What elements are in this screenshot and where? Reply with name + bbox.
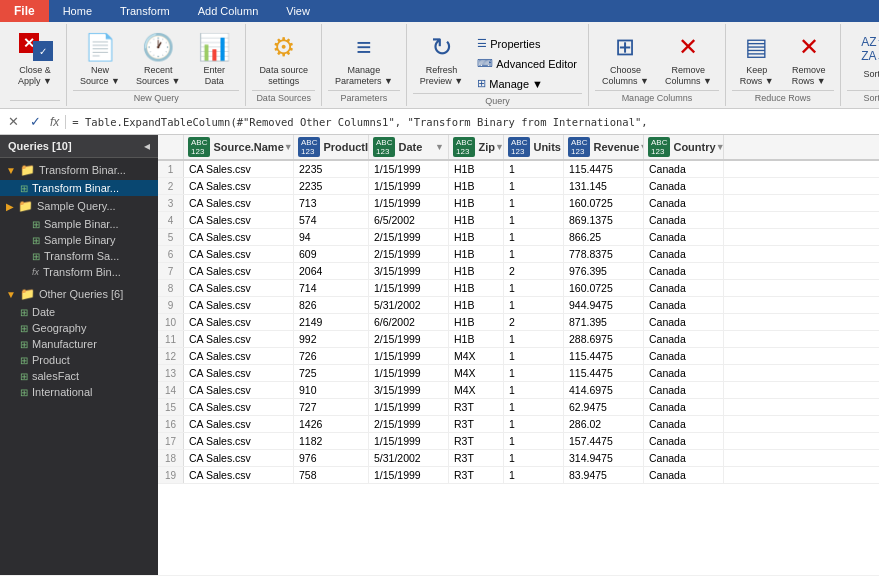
table-cell: CA Sales.csv xyxy=(184,178,294,194)
manage-button[interactable]: ⊞ Manage ▼ xyxy=(472,74,582,93)
query-item-sample-binary-label: Sample Binary xyxy=(44,234,116,246)
query-item-product[interactable]: ⊞ Product xyxy=(0,352,158,368)
table-row[interactable]: 7CA Sales.csv20643/15/1999H1B2976.395Can… xyxy=(158,263,879,280)
query-group-sample-header[interactable]: ▶ 📁 Sample Query... xyxy=(0,196,158,216)
table-cell: 2 xyxy=(504,314,564,330)
table-row[interactable]: 2CA Sales.csv22351/15/1999H1B1131.145Can… xyxy=(158,178,879,195)
table-cell: Canada xyxy=(644,229,724,245)
formula-confirm-icon[interactable]: ✓ xyxy=(26,113,44,131)
col-header-date[interactable]: ABC123 Date ▼ xyxy=(369,135,449,159)
query-item-date[interactable]: ⊞ Date xyxy=(0,304,158,320)
data-sources-group-label: Data Sources xyxy=(252,90,315,106)
enter-data-button[interactable]: 📊 EnterData xyxy=(189,28,239,90)
table-row[interactable]: 1CA Sales.csv22351/15/1999H1B1115.4475Ca… xyxy=(158,161,879,178)
table-row[interactable]: 17CA Sales.csv11821/15/1999R3T1157.4475C… xyxy=(158,433,879,450)
table-cell: Canada xyxy=(644,263,724,279)
tab-home[interactable]: Home xyxy=(49,0,106,22)
remove-rows-button[interactable]: ✕ RemoveRows ▼ xyxy=(784,28,834,90)
choose-columns-button[interactable]: ⊞ ChooseColumns ▼ xyxy=(595,28,656,90)
query-item-international[interactable]: ⊞ International xyxy=(0,384,158,400)
keep-rows-button[interactable]: ▤ KeepRows ▼ xyxy=(732,28,782,90)
query-item-date-label: Date xyxy=(32,306,55,318)
col-header-revenue[interactable]: ABC123 Revenue ▼ xyxy=(564,135,644,159)
date-filter-icon[interactable]: ▼ xyxy=(435,142,444,152)
table-row[interactable]: 6CA Sales.csv6092/15/1999H1B1778.8375Can… xyxy=(158,246,879,263)
table-row[interactable]: 13CA Sales.csv7251/15/1999M4X1115.4475Ca… xyxy=(158,365,879,382)
table-cell: 976.395 xyxy=(564,263,644,279)
queries-panel-collapse[interactable]: ◂ xyxy=(144,139,150,153)
ribbon-group-close: ✕ ✓ Close &Apply ▼ xyxy=(4,24,67,106)
table-cell: 726 xyxy=(294,348,369,364)
query-item-geography[interactable]: ⊞ Geography xyxy=(0,320,158,336)
query-item-sample-binary[interactable]: ⊞ Sample Binary xyxy=(0,232,158,248)
sort-label: Sort xyxy=(864,69,879,80)
query-item-international-label: International xyxy=(32,386,93,398)
table-row[interactable]: 19CA Sales.csv7581/15/1999R3T183.9475Can… xyxy=(158,467,879,484)
table-cell: R3T xyxy=(449,416,504,432)
tab-view[interactable]: View xyxy=(272,0,324,22)
col-header-country[interactable]: ABC123 Country ▼ xyxy=(644,135,724,159)
remove-columns-button[interactable]: ✕ RemoveColumns ▼ xyxy=(658,28,719,90)
country-filter-icon[interactable]: ▼ xyxy=(716,142,724,152)
new-source-button[interactable]: 📄 NewSource ▼ xyxy=(73,28,127,90)
ribbon-group-manage-columns: ⊞ ChooseColumns ▼ ✕ RemoveColumns ▼ Mana… xyxy=(589,24,726,106)
table-row[interactable]: 8CA Sales.csv7141/15/1999H1B1160.0725Can… xyxy=(158,280,879,297)
query-item-sample-binar[interactable]: ⊞ Sample Binar... xyxy=(0,216,158,232)
table-row[interactable]: 14CA Sales.csv9103/15/1999M4X1414.6975Ca… xyxy=(158,382,879,399)
table-row[interactable]: 4CA Sales.csv5746/5/2002H1B1869.1375Cana… xyxy=(158,212,879,229)
col-header-zip[interactable]: ABC123 Zip ▼ xyxy=(449,135,504,159)
grid-salesfact-icon: ⊞ xyxy=(20,371,28,382)
tab-file[interactable]: File xyxy=(0,0,49,22)
tab-bar: File Home Transform Add Column View xyxy=(0,0,879,22)
col-header-units[interactable]: ABC123 Units ▼ xyxy=(504,135,564,159)
sort-button[interactable]: AZ↑ ZA↓ Sort xyxy=(847,28,879,90)
table-cell: 1 xyxy=(504,212,564,228)
table-cell: 160.0725 xyxy=(564,195,644,211)
table-cell: 1/15/1999 xyxy=(369,399,449,415)
recent-sources-button[interactable]: 🕐 RecentSources ▼ xyxy=(129,28,187,90)
manage-parameters-button[interactable]: ≡ ManageParameters ▼ xyxy=(328,28,400,90)
table-row[interactable]: 10CA Sales.csv21496/6/2002H1B2871.395Can… xyxy=(158,314,879,331)
col-header-productid[interactable]: ABC123 ProductID ▼ xyxy=(294,135,369,159)
query-item-transform-binary[interactable]: ⊞ Transform Binar... xyxy=(0,180,158,196)
col-header-source-name[interactable]: ABC123 Source.Name ▼ xyxy=(184,135,294,159)
query-group-other-header[interactable]: ▼ 📁 Other Queries [6] xyxy=(0,284,158,304)
table-row[interactable]: 11CA Sales.csv9922/15/1999H1B1288.6975Ca… xyxy=(158,331,879,348)
formula-fx-label: fx xyxy=(50,115,66,129)
folder-other-open-icon: 📁 xyxy=(20,287,35,301)
source-name-filter-icon[interactable]: ▼ xyxy=(284,142,293,152)
table-cell: 1/15/1999 xyxy=(369,195,449,211)
table-cell: 866.25 xyxy=(564,229,644,245)
table-cell: 1 xyxy=(504,297,564,313)
table-row[interactable]: 18CA Sales.csv9765/31/2002R3T1314.9475Ca… xyxy=(158,450,879,467)
query-item-transform-sa[interactable]: ⊞ Transform Sa... xyxy=(0,248,158,264)
table-cell: 2/15/1999 xyxy=(369,246,449,262)
table-cell: 725 xyxy=(294,365,369,381)
advanced-editor-button[interactable]: ⌨ Advanced Editor xyxy=(472,54,582,73)
tab-transform[interactable]: Transform xyxy=(106,0,184,22)
close-apply-button[interactable]: ✕ ✓ Close &Apply ▼ xyxy=(10,28,60,90)
properties-button[interactable]: ☰ Properties xyxy=(472,34,582,53)
table-row[interactable]: 16CA Sales.csv14262/15/1999R3T1286.02Can… xyxy=(158,416,879,433)
query-small-buttons: ☰ Properties ⌨ Advanced Editor ⊞ Manage … xyxy=(472,28,582,93)
refresh-preview-button[interactable]: ↻ RefreshPreview ▼ xyxy=(413,28,470,90)
table-row[interactable]: 5CA Sales.csv942/15/1999H1B1866.25Canada xyxy=(158,229,879,246)
table-row[interactable]: 12CA Sales.csv7261/15/1999M4X1115.4475Ca… xyxy=(158,348,879,365)
zip-filter-icon[interactable]: ▼ xyxy=(495,142,504,152)
table-cell: 2149 xyxy=(294,314,369,330)
row-number: 18 xyxy=(158,450,184,466)
table-row[interactable]: 9CA Sales.csv8265/31/2002H1B1944.9475Can… xyxy=(158,297,879,314)
data-source-settings-button[interactable]: ⚙ Data sourcesettings xyxy=(252,28,315,90)
table-cell: 1/15/1999 xyxy=(369,467,449,483)
query-item-salesfact[interactable]: ⊞ salesFact xyxy=(0,368,158,384)
tab-add-column[interactable]: Add Column xyxy=(184,0,273,22)
query-item-transform-bin[interactable]: fx Transform Bin... xyxy=(0,264,158,280)
table-cell: 1 xyxy=(504,365,564,381)
table-row[interactable]: 3CA Sales.csv7131/15/1999H1B1160.0725Can… xyxy=(158,195,879,212)
formula-cancel-icon[interactable]: ✕ xyxy=(4,113,22,131)
row-number: 16 xyxy=(158,416,184,432)
table-cell: 714 xyxy=(294,280,369,296)
table-row[interactable]: 15CA Sales.csv7271/15/1999R3T162.9475Can… xyxy=(158,399,879,416)
query-group-transform-header[interactable]: ▼ 📁 Transform Binar... xyxy=(0,160,158,180)
query-item-manufacturer[interactable]: ⊞ Manufacturer xyxy=(0,336,158,352)
